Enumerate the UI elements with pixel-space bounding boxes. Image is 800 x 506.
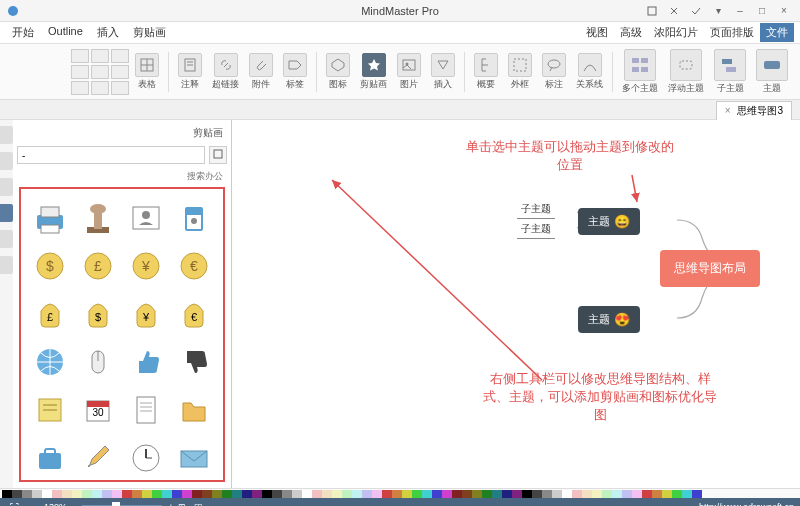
mindmap-sub-1[interactable]: 子主题	[517, 200, 555, 219]
clipart-coin-pound[interactable]: £	[77, 245, 119, 287]
side-tab-clipart-icon[interactable]	[0, 204, 13, 222]
clipart-clock[interactable]	[125, 437, 167, 479]
color-swatch[interactable]	[322, 490, 332, 498]
color-swatch[interactable]	[312, 490, 322, 498]
menu-clipart[interactable]: 剪贴画	[127, 23, 172, 42]
clipart-calendar[interactable]: 30	[77, 389, 119, 431]
color-swatch[interactable]	[132, 490, 142, 498]
color-swatch[interactable]	[242, 490, 252, 498]
menu-outline[interactable]: Outline	[42, 23, 89, 42]
color-swatch[interactable]	[302, 490, 312, 498]
color-swatch[interactable]	[12, 490, 22, 498]
side-tab-style-icon[interactable]	[0, 152, 13, 170]
color-swatch[interactable]	[672, 490, 682, 498]
clipart-briefcase[interactable]	[29, 437, 71, 479]
clipart-thumbs-up[interactable]	[125, 341, 167, 383]
color-swatch[interactable]	[352, 490, 362, 498]
color-swatch[interactable]	[32, 490, 42, 498]
status-expand-icon[interactable]: ⛶	[6, 502, 23, 506]
menu-advanced[interactable]: 高级	[614, 23, 648, 42]
color-palette[interactable]	[0, 488, 800, 498]
color-swatch[interactable]	[342, 490, 352, 498]
search-filter-icon[interactable]	[209, 146, 227, 164]
color-swatch[interactable]	[2, 490, 12, 498]
color-swatch[interactable]	[612, 490, 622, 498]
clipart-coin-yen[interactable]: ¥	[125, 245, 167, 287]
color-swatch[interactable]	[582, 490, 592, 498]
color-swatch[interactable]	[52, 490, 62, 498]
color-swatch[interactable]	[662, 490, 672, 498]
menu-start[interactable]: 开始	[6, 23, 40, 42]
zoom-out-icon[interactable]: −	[71, 502, 76, 506]
clipart-folder[interactable]	[173, 389, 215, 431]
color-swatch[interactable]	[392, 490, 402, 498]
clipart-bag-yen[interactable]: ¥	[125, 293, 167, 335]
ribbon-iconlib[interactable]: 图标	[322, 53, 354, 91]
ribbon-insert[interactable]: 插入	[427, 53, 459, 91]
color-swatch[interactable]	[222, 490, 232, 498]
color-swatch[interactable]	[232, 490, 242, 498]
qat-icon-1[interactable]	[644, 4, 660, 18]
color-swatch[interactable]	[422, 490, 432, 498]
status-view-icon[interactable]: ⊞	[174, 502, 190, 506]
color-swatch[interactable]	[182, 490, 192, 498]
color-swatch[interactable]	[512, 490, 522, 498]
clipart-bag-euro[interactable]: €	[173, 293, 215, 335]
color-swatch[interactable]	[562, 490, 572, 498]
qat-icon-4[interactable]: ▾	[710, 4, 726, 18]
color-swatch[interactable]	[482, 490, 492, 498]
color-swatch[interactable]	[532, 490, 542, 498]
clipart-pencil[interactable]	[77, 437, 119, 479]
color-swatch[interactable]	[332, 490, 342, 498]
close-button[interactable]: ×	[776, 4, 792, 18]
color-swatch[interactable]	[602, 490, 612, 498]
mindmap-sub-2[interactable]: 子主题	[517, 220, 555, 239]
color-swatch[interactable]	[92, 490, 102, 498]
color-swatch[interactable]	[252, 490, 262, 498]
ribbon-note[interactable]: 注释	[174, 53, 206, 91]
color-swatch[interactable]	[202, 490, 212, 498]
color-swatch[interactable]	[432, 490, 442, 498]
color-swatch[interactable]	[42, 490, 52, 498]
color-swatch[interactable]	[592, 490, 602, 498]
color-swatch[interactable]	[362, 490, 372, 498]
ribbon-picture[interactable]: 图片	[393, 53, 425, 91]
side-tab-task-icon[interactable]	[0, 230, 13, 248]
color-swatch[interactable]	[622, 490, 632, 498]
color-swatch[interactable]	[212, 490, 222, 498]
color-swatch[interactable]	[552, 490, 562, 498]
color-swatch[interactable]	[82, 490, 92, 498]
clipart-coin-dollar[interactable]: $	[29, 245, 71, 287]
mindmap-node-2[interactable]: 😍主题	[578, 306, 640, 333]
clipart-document[interactable]	[125, 389, 167, 431]
ribbon-stack-3[interactable]	[71, 49, 89, 95]
menu-insert[interactable]: 插入	[91, 23, 125, 42]
canvas[interactable]: 思维导图布局 😄主题 😍主题 子主题 子主题 单击选中主题可以拖动主题到修改的位…	[232, 120, 800, 488]
side-tab-icon-icon[interactable]	[0, 256, 13, 274]
color-swatch[interactable]	[692, 490, 702, 498]
color-swatch[interactable]	[452, 490, 462, 498]
color-swatch[interactable]	[152, 490, 162, 498]
ribbon-attach[interactable]: 附件	[245, 53, 277, 91]
mindmap-node-1[interactable]: 😄主题	[578, 208, 640, 235]
color-swatch[interactable]	[282, 490, 292, 498]
clipart-search-input[interactable]	[17, 146, 205, 164]
clipart-thumbs-down[interactable]	[173, 341, 215, 383]
ribbon-link[interactable]: 超链接	[208, 53, 243, 91]
clipart-stamp[interactable]	[77, 197, 119, 239]
mindmap-root[interactable]: 思维导图布局	[660, 250, 760, 287]
minimize-button[interactable]: –	[732, 4, 748, 18]
color-swatch[interactable]	[372, 490, 382, 498]
color-swatch[interactable]	[22, 490, 32, 498]
color-swatch[interactable]	[462, 490, 472, 498]
ribbon-topic[interactable]: 主题	[752, 49, 792, 95]
clipart-bag-dollar[interactable]: $	[77, 293, 119, 335]
clipart-bag-pound[interactable]: £	[29, 293, 71, 335]
color-swatch[interactable]	[572, 490, 582, 498]
clipart-note[interactable]	[29, 389, 71, 431]
ribbon-summary[interactable]: 概要	[470, 53, 502, 91]
clipart-globe[interactable]	[29, 341, 71, 383]
qat-icon-3[interactable]	[688, 4, 704, 18]
color-swatch[interactable]	[262, 490, 272, 498]
color-swatch[interactable]	[402, 490, 412, 498]
